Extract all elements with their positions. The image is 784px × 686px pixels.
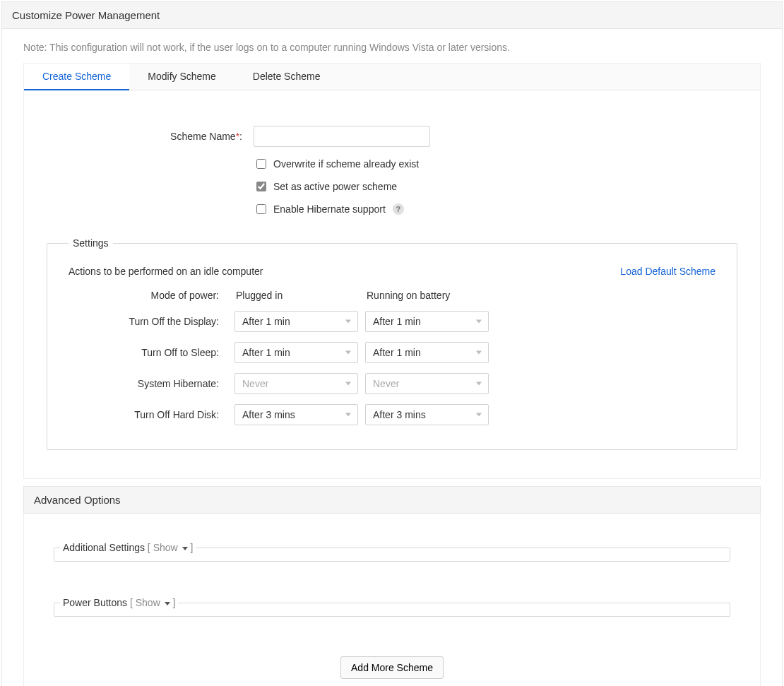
tab-modify-scheme[interactable]: Modify Scheme bbox=[129, 64, 234, 90]
enable-hibernate-label: Enable Hibernate support bbox=[273, 203, 386, 215]
set-active-label: Set as active power scheme bbox=[273, 181, 397, 192]
display-plugged-dropdown[interactable]: After 1 min bbox=[234, 311, 358, 332]
scheme-name-input[interactable] bbox=[254, 126, 430, 147]
additional-settings-fieldset: Additional Settings [ Show ] bbox=[54, 542, 730, 562]
power-buttons-fieldset: Power Buttons [ Show ] bbox=[54, 597, 730, 617]
settings-fieldset: Settings Actions to be performed on an i… bbox=[47, 237, 737, 450]
chevron-down-icon bbox=[345, 413, 351, 417]
chevron-down-icon bbox=[182, 547, 188, 550]
chevron-down-icon bbox=[476, 382, 482, 386]
chevron-down-icon bbox=[476, 413, 482, 417]
additional-settings-toggle[interactable]: [ Show ] bbox=[148, 542, 193, 553]
turn-off-harddisk-label: Turn Off Hard Disk: bbox=[69, 409, 227, 420]
config-note: Note: This configuration will not work, … bbox=[23, 29, 761, 63]
harddisk-battery-dropdown[interactable]: After 3 mins bbox=[365, 404, 489, 425]
panel-title: Customize Power Management bbox=[2, 2, 782, 29]
turn-off-sleep-label: Turn Off to Sleep: bbox=[69, 347, 227, 358]
hibernate-plugged-dropdown[interactable]: Never bbox=[234, 373, 358, 394]
power-buttons-toggle[interactable]: [ Show ] bbox=[130, 597, 175, 608]
add-more-scheme-button[interactable]: Add More Scheme bbox=[340, 656, 444, 679]
tab-delete-scheme[interactable]: Delete Scheme bbox=[234, 64, 339, 90]
on-battery-header: Running on battery bbox=[365, 290, 489, 301]
chevron-down-icon bbox=[345, 382, 351, 386]
turn-off-display-label: Turn Off the Display: bbox=[69, 316, 227, 327]
hibernate-battery-dropdown[interactable]: Never bbox=[365, 373, 489, 394]
harddisk-plugged-dropdown[interactable]: After 3 mins bbox=[234, 404, 358, 425]
additional-settings-label: Additional Settings bbox=[63, 542, 145, 553]
mode-of-power-label: Mode of power: bbox=[69, 290, 227, 301]
sleep-battery-dropdown[interactable]: After 1 min bbox=[365, 342, 489, 363]
chevron-down-icon bbox=[476, 320, 482, 324]
create-scheme-pane: Scheme Name*: Overwrite if scheme alread… bbox=[23, 90, 761, 479]
help-icon[interactable]: ? bbox=[393, 203, 404, 215]
scheme-name-label: Scheme Name*: bbox=[45, 131, 254, 142]
system-hibernate-label: System Hibernate: bbox=[69, 378, 227, 389]
chevron-down-icon bbox=[345, 320, 351, 324]
chevron-down-icon bbox=[476, 351, 482, 355]
settings-legend: Settings bbox=[69, 237, 113, 249]
advanced-options-header: Advanced Options bbox=[23, 486, 761, 514]
scheme-tabs: Create Scheme Modify Scheme Delete Schem… bbox=[23, 63, 761, 90]
plugged-in-header: Plugged in bbox=[234, 290, 358, 301]
load-default-link[interactable]: Load Default Scheme bbox=[620, 266, 715, 277]
chevron-down-icon bbox=[345, 351, 351, 355]
sleep-plugged-dropdown[interactable]: After 1 min bbox=[234, 342, 358, 363]
overwrite-label: Overwrite if scheme already exist bbox=[273, 158, 419, 170]
chevron-down-icon bbox=[165, 602, 170, 605]
power-buttons-label: Power Buttons bbox=[63, 597, 127, 608]
overwrite-checkbox[interactable] bbox=[256, 159, 266, 169]
tab-create-scheme[interactable]: Create Scheme bbox=[24, 64, 129, 90]
display-battery-dropdown[interactable]: After 1 min bbox=[365, 311, 489, 332]
set-active-checkbox[interactable] bbox=[256, 182, 266, 191]
settings-description: Actions to be performed on an idle compu… bbox=[69, 266, 263, 277]
enable-hibernate-checkbox[interactable] bbox=[256, 204, 266, 214]
